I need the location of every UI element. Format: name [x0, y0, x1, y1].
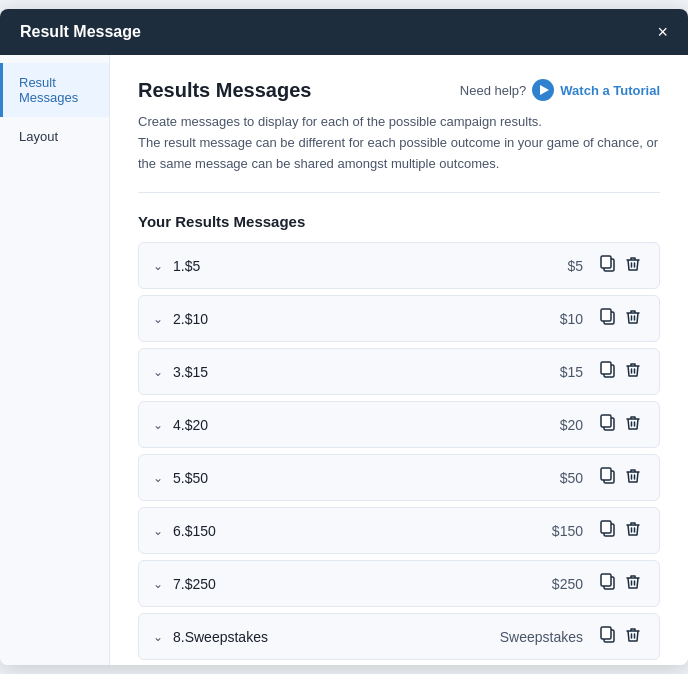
- result-value: $10: [560, 311, 583, 327]
- copy-button[interactable]: [595, 518, 621, 543]
- delete-button[interactable]: [621, 254, 645, 277]
- page-title: Results Messages: [138, 79, 311, 102]
- copy-button[interactable]: [595, 465, 621, 490]
- trash-icon: [626, 415, 640, 431]
- copy-button[interactable]: [595, 359, 621, 384]
- result-label: 6.$150: [173, 523, 552, 539]
- play-icon: [532, 79, 554, 101]
- description-line1: Create messages to display for each of t…: [138, 112, 660, 133]
- svg-rect-11: [601, 521, 611, 533]
- svg-rect-7: [601, 415, 611, 427]
- copy-button[interactable]: [595, 253, 621, 278]
- chevron-down-icon[interactable]: ⌄: [153, 577, 163, 591]
- result-label: 4.$20: [173, 417, 560, 433]
- copy-icon: [600, 626, 616, 644]
- svg-rect-15: [601, 627, 611, 639]
- content-header: Results Messages Need help? Watch a Tuto…: [138, 79, 660, 102]
- copy-icon: [600, 520, 616, 538]
- result-value: $20: [560, 417, 583, 433]
- copy-icon: [600, 361, 616, 379]
- svg-rect-3: [601, 309, 611, 321]
- help-text: Need help?: [460, 83, 527, 98]
- trash-icon: [626, 362, 640, 378]
- result-label: 1.$5: [173, 258, 567, 274]
- copy-button[interactable]: [595, 306, 621, 331]
- result-value: $250: [552, 576, 583, 592]
- copy-icon: [600, 467, 616, 485]
- result-label: 2.$10: [173, 311, 560, 327]
- chevron-down-icon[interactable]: ⌄: [153, 259, 163, 273]
- result-row: ⌄ 6.$150 $150: [138, 507, 660, 554]
- result-row: ⌄ 5.$50 $50: [138, 454, 660, 501]
- chevron-down-icon[interactable]: ⌄: [153, 418, 163, 432]
- result-value: $50: [560, 470, 583, 486]
- delete-button[interactable]: [621, 466, 645, 489]
- chevron-down-icon[interactable]: ⌄: [153, 312, 163, 326]
- delete-button[interactable]: [621, 307, 645, 330]
- modal-header: Result Message ×: [0, 9, 688, 55]
- help-area: Need help? Watch a Tutorial: [460, 79, 660, 101]
- result-row: ⌄ 8.Sweepstakes Sweepstakes: [138, 613, 660, 660]
- sidebar-item-layout[interactable]: Layout: [0, 117, 109, 156]
- svg-rect-1: [601, 256, 611, 268]
- result-label: 5.$50: [173, 470, 560, 486]
- trash-icon: [626, 574, 640, 590]
- chevron-down-icon[interactable]: ⌄: [153, 471, 163, 485]
- result-row: ⌄ 2.$10 $10: [138, 295, 660, 342]
- copy-button[interactable]: [595, 624, 621, 649]
- delete-button[interactable]: [621, 413, 645, 436]
- result-row: ⌄ 7.$250 $250: [138, 560, 660, 607]
- result-value: $15: [560, 364, 583, 380]
- result-label: 7.$250: [173, 576, 552, 592]
- svg-rect-9: [601, 468, 611, 480]
- trash-icon: [626, 256, 640, 272]
- result-value: Sweepstakes: [500, 629, 583, 645]
- svg-rect-5: [601, 362, 611, 374]
- copy-icon: [600, 573, 616, 591]
- result-row: ⌄ 4.$20 $20: [138, 401, 660, 448]
- section-title: Your Results Messages: [138, 213, 660, 230]
- chevron-down-icon[interactable]: ⌄: [153, 630, 163, 644]
- result-label: 8.Sweepstakes: [173, 629, 500, 645]
- sidebar: Result Messages Layout: [0, 55, 110, 665]
- svg-rect-13: [601, 574, 611, 586]
- sidebar-item-result-messages[interactable]: Result Messages: [0, 63, 109, 117]
- main-content: Results Messages Need help? Watch a Tuto…: [110, 55, 688, 665]
- modal-body: Result Messages Layout Results Messages …: [0, 55, 688, 665]
- copy-button[interactable]: [595, 571, 621, 596]
- result-list: ⌄ 1.$5 $5 ⌄ 2.$10 $10: [138, 242, 660, 660]
- copy-icon: [600, 255, 616, 273]
- result-row: ⌄ 1.$5 $5: [138, 242, 660, 289]
- trash-icon: [626, 309, 640, 325]
- modal-container: Result Message × Result Messages Layout …: [0, 9, 688, 665]
- copy-button[interactable]: [595, 412, 621, 437]
- delete-button[interactable]: [621, 519, 645, 542]
- result-value: $5: [567, 258, 583, 274]
- watch-tutorial-link[interactable]: Watch a Tutorial: [560, 83, 660, 98]
- trash-icon: [626, 468, 640, 484]
- result-row: ⌄ 3.$15 $15: [138, 348, 660, 395]
- copy-icon: [600, 308, 616, 326]
- delete-button[interactable]: [621, 572, 645, 595]
- delete-button[interactable]: [621, 360, 645, 383]
- description: Create messages to display for each of t…: [138, 112, 660, 193]
- trash-icon: [626, 521, 640, 537]
- delete-button[interactable]: [621, 625, 645, 648]
- modal-title: Result Message: [20, 23, 141, 41]
- chevron-down-icon[interactable]: ⌄: [153, 365, 163, 379]
- chevron-down-icon[interactable]: ⌄: [153, 524, 163, 538]
- description-line2: The result message can be different for …: [138, 133, 660, 175]
- copy-icon: [600, 414, 616, 432]
- trash-icon: [626, 627, 640, 643]
- result-label: 3.$15: [173, 364, 560, 380]
- result-value: $150: [552, 523, 583, 539]
- modal-close-button[interactable]: ×: [657, 23, 668, 41]
